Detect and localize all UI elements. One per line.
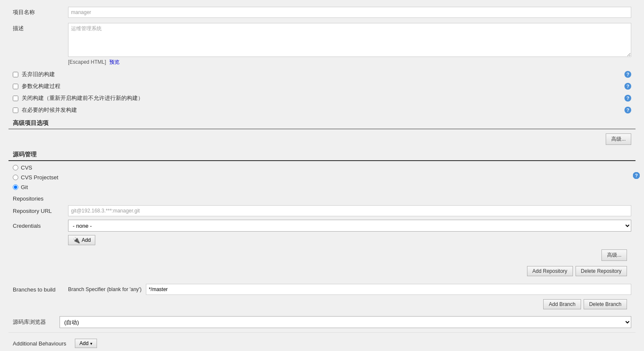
scm-cvs-label: CVS [21, 164, 32, 171]
description-label: 描述 [13, 23, 64, 32]
concurrent-build-label: 在必要的时候并发构建 [22, 106, 77, 114]
additional-behaviours-label: Additional Behaviours [13, 340, 66, 347]
project-name-input[interactable] [68, 7, 631, 18]
escaped-html-label: [Escaped HTML] [68, 59, 106, 65]
description-textarea[interactable] [68, 23, 631, 57]
source-browser-row: 源码库浏览器 (自动) ? [9, 314, 635, 331]
credentials-label: Credentials [13, 223, 64, 229]
advanced-options-row: 高级... [9, 131, 635, 147]
repo-action-row: Add Repository Delete Repository [13, 263, 631, 279]
description-control: [Escaped HTML] 预览 [68, 23, 631, 66]
help-icon-1[interactable]: ? [624, 71, 631, 78]
credentials-row: Credentials - none - [13, 218, 631, 233]
add-credential-row: 🔌 Add [13, 233, 631, 247]
help-icon-browser[interactable]: ? [633, 172, 640, 179]
additional-behaviours-row: Additional Behaviours Add ▾ [13, 337, 631, 350]
credentials-wrap: - none - [68, 220, 631, 232]
additional-behaviours-section: Additional Behaviours Add ▾ [9, 334, 635, 351]
project-name-label: 项目名称 [13, 7, 64, 16]
caret-down-icon: ▾ [90, 341, 92, 346]
scm-cvs-row: CVS [9, 163, 635, 173]
disable-build-label: 关闭构建（重新开启构建前不允许进行新的构建） [22, 94, 143, 102]
repository-url-label: Repository URL [13, 208, 64, 214]
delete-repository-button[interactable]: Delete Repository [576, 266, 627, 276]
checkbox-row-1: 丢弃旧的构建 ? [9, 68, 635, 80]
source-browser-wrap: (自动) ? [60, 316, 631, 328]
project-name-control [68, 7, 631, 18]
scm-cvs-projectset-row: CVS Projectset [9, 173, 635, 182]
repository-url-input[interactable] [68, 205, 631, 216]
checkbox-row-4: 在必要的时候并发构建 ? [9, 104, 635, 116]
scm-cvs-projectset-label: CVS Projectset [21, 174, 58, 181]
branch-action-row: Add Branch Delete Branch [13, 297, 631, 312]
branches-to-build-label: Branches to build [13, 286, 64, 293]
branches-header-row: Branches to build Branch Specifier (blan… [13, 282, 631, 297]
plugin-icon: 🔌 [73, 237, 80, 243]
branch-specifier-input[interactable] [146, 284, 631, 295]
scm-git-row: Git [9, 182, 635, 192]
checkbox-row-2: 参数化构建过程 ? [9, 80, 635, 92]
repository-url-wrap: ? ? [68, 205, 631, 216]
discard-builds-label: 丢弃旧的构建 [22, 71, 55, 78]
source-browser-label: 源码库浏览器 [13, 318, 55, 326]
preview-link[interactable]: 预览 [109, 59, 120, 65]
source-browser-select[interactable]: (自动) [60, 316, 631, 328]
branch-specifier-label: Branch Specifier (blank for 'any') [68, 286, 142, 292]
source-mgmt-title: 源码管理 [9, 147, 635, 161]
help-icon-4[interactable]: ? [624, 107, 631, 113]
add-credential-label: Add [82, 237, 91, 243]
concurrent-build-checkbox[interactable] [13, 108, 18, 113]
add-repository-button[interactable]: Add Repository [527, 266, 573, 276]
discard-builds-checkbox[interactable] [13, 72, 18, 77]
repositories-section: Repositories Repository URL ? ? Credenti… [9, 192, 635, 280]
credentials-select-wrap: - none - [68, 220, 631, 232]
repositories-label: Repositories [13, 194, 631, 204]
add-branch-button[interactable]: Add Branch [543, 299, 581, 309]
help-icon-3[interactable]: ? [624, 95, 631, 102]
advanced-options-button[interactable]: 高级... [606, 133, 631, 145]
divider-1 [9, 332, 635, 333]
parameterized-build-checkbox[interactable] [13, 84, 18, 89]
delete-branch-button[interactable]: Delete Branch [584, 299, 627, 309]
scm-git-radio[interactable] [13, 184, 18, 190]
description-row: 描述 [Escaped HTML] 预览 [9, 20, 635, 68]
add-behaviour-button[interactable]: Add ▾ [75, 339, 97, 348]
disable-build-checkbox[interactable] [13, 96, 18, 101]
advanced-project-title: 高级项目选项 [9, 116, 635, 129]
add-dropdown-label: Add [80, 340, 88, 346]
branches-section: Branches to build Branch Specifier (blan… [9, 280, 635, 314]
parameterized-build-label: 参数化构建过程 [22, 82, 60, 90]
project-name-row: 项目名称 [9, 4, 635, 20]
repo-advanced-button[interactable]: 高级... [601, 249, 627, 261]
credentials-select[interactable]: - none - [68, 220, 631, 232]
repo-advanced-row: 高级... [13, 247, 631, 263]
help-icon-2[interactable]: ? [624, 83, 631, 90]
scm-cvs-projectset-radio[interactable] [13, 175, 18, 180]
repository-url-row: Repository URL ? ? [13, 204, 631, 218]
scm-git-label: Git [21, 184, 28, 190]
add-credential-button[interactable]: 🔌 Add [68, 235, 95, 245]
checkbox-row-3: 关闭构建（重新开启构建前不允许进行新的构建） ? [9, 92, 635, 104]
escaped-html-row: [Escaped HTML] 预览 [68, 59, 631, 66]
scm-cvs-radio[interactable] [13, 165, 18, 170]
